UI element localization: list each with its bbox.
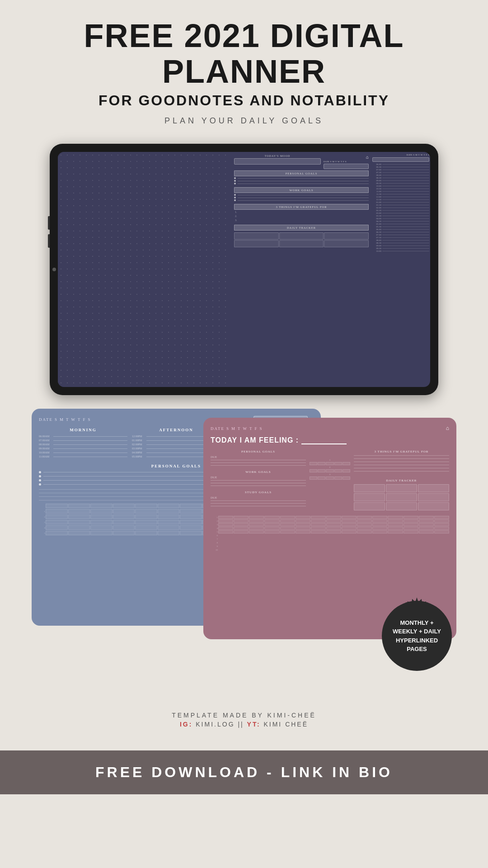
grid-cell [46,520,68,524]
pink-bottom-data-grid: 1 2 3 4 5 6 7 8 9 10 [211,516,449,552]
grid-cell [90,520,113,524]
time-slot: 10:00 [372,185,429,187]
tracker-cell [354,502,385,510]
time-slot: 08:00 [372,174,429,176]
due-label-work: DUE [211,476,217,479]
work-goal-row-1 [234,194,369,196]
work-goal-row-2 [234,197,369,198]
badge-line2: WEEKLY + DAILY [393,627,441,636]
pink-grid-cell [343,469,350,472]
grid-cell [90,504,113,508]
pink-planner-header: DATE SMTWTFS ⌂ [211,425,449,432]
tablet-section: TODAY'S MOOD ⌂ DATE SMTWTFS PERSONAL GOA… [45,144,443,395]
time-item: 08:00AM [39,443,127,446]
time-item: 09:00AM [39,447,127,450]
ig-handle: KIMI.LOG [196,721,235,728]
pink-grid-cell [326,462,333,465]
bottom-bar: FREE DOWNLOAD - LINK IN BIO [0,750,488,794]
grid-cell [113,514,135,519]
goal-line [211,506,306,506]
pink-grid-cell [318,476,325,480]
time-slot: 05:00 [372,223,429,225]
pink-bottom-grid-col: // Will be rendered inline 1 2 [310,450,350,510]
time-slot: 01:30 [372,204,429,206]
personal-goals-header: PERSONAL GOALS [211,450,306,453]
goal-row-1 [234,177,369,179]
grid-cell [135,531,157,535]
tracker-cell [234,232,279,240]
time-slot: 12:00 [372,196,429,198]
grid-cell [113,509,135,514]
badge-line1: MONTHLY + [400,618,433,627]
tracker-cell [418,493,449,501]
time-slot: 08:00 [372,239,429,241]
grid-cell [90,525,113,530]
grid-cell [90,531,113,535]
goal-line [211,500,306,501]
grid-cell [158,520,180,524]
due-label-study: DUE [211,496,217,500]
time-slot: 02:30 [372,209,429,212]
work-goals-header: WORK GOALS [211,470,306,474]
grid-cell [68,509,90,514]
time-slot: 06:30 [372,231,429,233]
home-icon: ⌂ [446,425,449,432]
date-label: DATE [324,160,329,163]
time-slot: 01:00 [372,201,429,203]
tracker-cell [386,493,417,501]
pink-right-col: 3 THINGS I'M GRATEFUL FOR DAILY TRACKER [354,450,449,510]
yt-label: YT: [247,721,261,728]
grid-cell [46,504,68,508]
grid-cell [158,504,180,508]
pink-grid-cell [334,469,342,472]
goal-line [211,503,306,504]
personal-goals-header: PERSONAL GOALS [234,170,369,176]
tracker-cell [279,240,324,247]
grid-cell [135,525,157,530]
time-item: 10:00AM [39,451,127,454]
grateful-header-pink: 3 THINGS I'M GRATEFUL FOR [354,450,449,453]
tracker-cell [354,493,385,501]
grid-cell [158,525,180,530]
goal-line [211,486,306,486]
attribution-line1: TEMPLATE MADE BY KIMI-CHEË [9,712,479,719]
grid-cell [180,504,202,508]
time-slot: 04:30 [372,220,429,222]
pink-grid-cell [326,476,333,480]
tracker-cell [324,240,369,247]
grid-cell [180,520,202,524]
grid-cell [46,514,68,519]
pink-tracker-grid [354,484,449,510]
daily-tracker-header: DAILY TRACKER [234,225,369,231]
study-goals-header: STUDY GOALS [211,491,306,494]
grid-cell [135,504,157,508]
grid-cell [158,509,180,514]
time-slot: 07:30 [372,236,429,239]
time-schedule-panel: DATE SMTWTFS 06:00 06:30 07:00 07:30 08:… [371,152,430,387]
grid-cell [46,531,68,535]
time-slot: 04:00 [372,217,429,220]
attribution-line2: IG: KIMI.LOG || YT: KIMI CHEË [9,721,479,728]
time-slot: 07:30 [372,171,429,174]
grid-cell [135,509,157,514]
grid-cell [46,509,68,514]
time-item: 11:00AM [39,455,127,458]
bottom-bar-text: FREE DOWNLOAD - LINK IN BIO [18,764,470,781]
feeling-input-line [301,443,347,444]
grid-cell [68,525,90,530]
time-slot: 07:00 [372,169,429,171]
pink-grid-cell [334,476,342,480]
grid-cell [180,525,202,530]
grid-cell [90,509,113,514]
grid-cell [113,520,135,524]
goal-line [211,483,306,483]
pink-grid-cell [318,462,325,465]
time-slot: 09:00 [372,179,429,182]
blue-date-row: DATE SMTWTFS [39,417,91,422]
work-goals-header: WORK GOALS [234,187,369,193]
pink-grid-cell [334,462,342,465]
morning-label: MORNING [39,428,127,432]
grid-cell [68,531,90,535]
time-slot: 12:30 [372,198,429,201]
grateful-line [354,458,449,459]
